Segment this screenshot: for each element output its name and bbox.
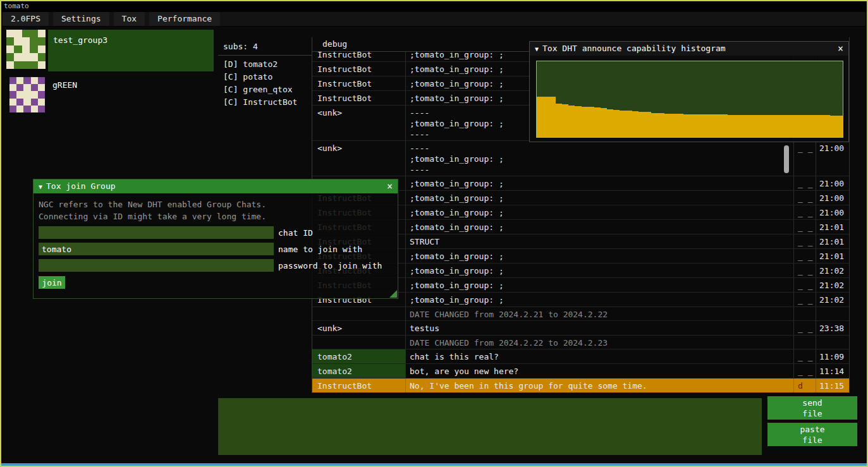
- message-input[interactable]: [218, 398, 762, 455]
- histogram-bar: [836, 116, 843, 137]
- histogram-window: ▼Tox DHT announce capability histogram ×: [529, 41, 849, 142]
- join-info-line-2: Connecting via ID might take a very long…: [39, 210, 393, 222]
- fps-readout: 2.0FPS: [3, 12, 49, 26]
- collapse-icon[interactable]: ▼: [535, 45, 539, 52]
- send-file-button[interactable]: send file: [767, 396, 857, 420]
- member-item[interactable]: [D] tomato2: [218, 58, 312, 71]
- member-item[interactable]: [C] green_qtox: [218, 83, 312, 96]
- histogram-window-titlebar[interactable]: ▼Tox DHT announce capability histogram ×: [530, 42, 848, 56]
- join-window-titlebar[interactable]: ▼Tox join Group ×: [34, 179, 398, 193]
- message-text: ;tomato_in_group: ;: [406, 249, 794, 263]
- window-title: tomato: [4, 2, 29, 10]
- date-separator-row[interactable]: DATE CHANGED from 2024.2.21 to 2024.2.22: [312, 307, 849, 321]
- avatar-pixel: [23, 106, 30, 112]
- message-row[interactable]: InstructBotNo, I've been in this group f…: [312, 379, 849, 393]
- avatar-pixel: [23, 91, 30, 98]
- chat-scrollbar-thumb[interactable]: [784, 145, 789, 173]
- join-field-row: chat ID: [39, 226, 393, 239]
- message-time: 21:02: [816, 278, 849, 292]
- message-row[interactable]: <unk>testus_ _23:38: [312, 321, 849, 336]
- histogram-bar: [671, 114, 677, 137]
- avatar-pixel: [31, 91, 38, 98]
- avatar-pixel: [9, 99, 16, 106]
- message-time: 23:38: [816, 321, 849, 335]
- histogram-bar: [664, 114, 671, 137]
- group-item-test_group3[interactable]: test_group3: [6, 30, 214, 71]
- avatar-pixel: [31, 77, 38, 84]
- message-time: 21:02: [816, 293, 849, 306]
- date-separator-row[interactable]: DATE CHANGED from 2024.2.22 to 2024.2.23: [312, 336, 849, 349]
- histogram-bar: [651, 113, 657, 137]
- histogram-window-title: Tox DHT announce capability histogram: [542, 44, 726, 53]
- message-time: 11:14: [816, 364, 849, 378]
- message-sender: tomato2: [312, 349, 406, 363]
- chat-id-label: chat ID: [278, 228, 313, 238]
- close-icon[interactable]: ×: [387, 179, 393, 193]
- avatar-pixel: [38, 91, 45, 98]
- histogram-bar: [549, 97, 556, 137]
- message-sender: InstructBot: [312, 52, 406, 61]
- join-name-label: name to join with: [278, 245, 362, 254]
- message-sender: <unk>: [312, 321, 406, 335]
- join-name-input[interactable]: [39, 243, 274, 255]
- histogram-bar: [734, 115, 740, 137]
- menu-item-settings[interactable]: Settings: [53, 12, 109, 26]
- message-text: ;tomato_in_group: ;: [406, 278, 794, 292]
- paste-file-button[interactable]: paste file: [767, 423, 857, 446]
- avatar-pixel: [38, 61, 46, 69]
- avatar-pixel: [16, 99, 23, 106]
- message-text: ;tomato_in_group: ;: [406, 264, 794, 277]
- close-icon[interactable]: ×: [838, 42, 843, 56]
- menu-item-performance[interactable]: Performance: [149, 12, 220, 26]
- member-item[interactable]: [C] InstructBot: [218, 96, 312, 109]
- message-text: ---- ;tomato_in_group: ; ----: [406, 141, 794, 176]
- join-field-row: password to join with: [39, 259, 393, 272]
- tab-debug[interactable]: debug: [312, 37, 357, 51]
- avatar-pixel: [30, 61, 37, 69]
- message-time: 11:09: [816, 349, 849, 363]
- message-text: ;tomato_in_group: ;: [406, 220, 794, 234]
- histogram-bar: [639, 112, 645, 137]
- histogram-bar: [543, 97, 549, 137]
- message-text: STRUCT: [406, 234, 794, 248]
- avatar-pixel: [6, 61, 14, 69]
- histogram-bar: [830, 116, 836, 137]
- avatar-pixel: [38, 99, 45, 106]
- message-sender: InstructBot: [312, 379, 406, 392]
- menu-item-tox[interactable]: Tox: [114, 12, 145, 26]
- message-text: testus: [406, 321, 794, 335]
- message-row[interactable]: <unk>---- ;tomato_in_group: ; ----_ _21:…: [312, 141, 849, 176]
- message-flags: _ _: [794, 249, 816, 263]
- avatar-pixel: [6, 45, 14, 53]
- message-time: 21:00: [816, 141, 849, 176]
- message-time: 21:00: [816, 191, 849, 205]
- avatar-pixel: [6, 53, 14, 61]
- histogram-bar: [683, 114, 690, 137]
- join-info-line-1: NGC refers to the New DHT enabled Group …: [39, 198, 393, 210]
- histogram-bar: [601, 108, 607, 137]
- message-time: 11:15: [816, 379, 849, 392]
- histogram-bar: [613, 110, 620, 137]
- histogram-bar: [632, 111, 639, 137]
- message-row[interactable]: tomato2bot, are you new here?_ _11:14: [312, 364, 849, 379]
- message-text: DATE CHANGED from 2024.2.21 to 2024.2.22: [406, 307, 794, 320]
- bottom-border-strip: [1, 463, 867, 466]
- histogram-bar: [568, 106, 575, 137]
- message-text: ;tomato_in_group: ;: [406, 191, 794, 205]
- group-name: gREEN: [47, 75, 214, 114]
- histogram-plot: [536, 61, 843, 138]
- join-password-input[interactable]: [39, 259, 274, 272]
- message-flags: [794, 307, 816, 320]
- chat-id-input[interactable]: [39, 226, 274, 239]
- histogram-bar: [657, 113, 664, 137]
- join-window-body: NGC refers to the New DHT enabled Group …: [34, 193, 398, 294]
- member-item[interactable]: [C] potato: [218, 71, 312, 83]
- resize-grip-icon[interactable]: [389, 290, 397, 298]
- histogram-bar: [588, 107, 594, 137]
- message-flags: _ _: [794, 321, 816, 335]
- message-row[interactable]: tomato2chat is this real?_ _11:09: [312, 349, 849, 364]
- group-item-gREEN[interactable]: gREEN: [6, 75, 214, 114]
- collapse-icon[interactable]: ▼: [39, 183, 42, 190]
- message-text: No, I've been in this group for quite so…: [406, 379, 794, 392]
- join-button[interactable]: join: [39, 276, 65, 289]
